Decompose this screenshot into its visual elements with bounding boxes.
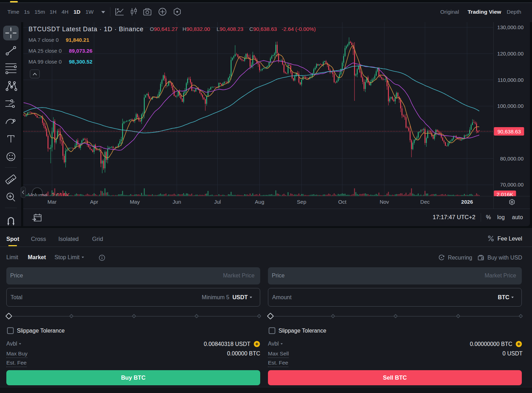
svg-text:Jun: Jun — [173, 199, 181, 205]
svg-text:L90,408.23: L90,408.23 — [217, 26, 243, 32]
svg-text:80,000.00: 80,000.00 — [500, 156, 524, 162]
svg-text:MA 7 close 0 91,840.21: MA 7 close 0 91,840.21 — [28, 37, 89, 43]
svg-text:Mar: Mar — [47, 199, 57, 205]
svg-text:Aug: Aug — [255, 199, 264, 205]
svg-text:auto: auto — [512, 214, 523, 220]
svg-text:MA 25 close 0 89,073.26: MA 25 close 0 89,073.26 — [28, 48, 92, 54]
svg-text:1D: 1D — [73, 9, 81, 15]
svg-text:17:17:47 UTC+2: 17:17:47 UTC+2 — [432, 214, 475, 220]
svg-text:BTCUSDT Latest Data · 1D · Bin: BTCUSDT Latest Data · 1D · Binance — [28, 26, 143, 33]
svg-text:70,000.00: 70,000.00 — [500, 182, 524, 188]
svg-text:Nov: Nov — [380, 199, 389, 205]
svg-text:O90,641.27: O90,641.27 — [150, 26, 178, 32]
svg-text:Dec: Dec — [420, 199, 430, 205]
svg-text:Time: Time — [7, 9, 19, 15]
svg-text:Apr: Apr — [90, 199, 98, 205]
svg-text:C90,638.63: C90,638.63 — [249, 26, 277, 32]
svg-text:-2.64 (-0.00%): -2.64 (-0.00%) — [282, 26, 316, 32]
svg-text:Jul: Jul — [214, 199, 221, 205]
svg-text:Oct: Oct — [338, 199, 347, 205]
svg-text:4H: 4H — [62, 9, 69, 15]
svg-text:1W: 1W — [85, 9, 94, 15]
svg-text:MA 99 close 0 98,300.52: MA 99 close 0 98,300.52 — [28, 59, 92, 65]
svg-text:110,000.00: 110,000.00 — [498, 77, 524, 83]
svg-text:Trading View: Trading View — [468, 9, 501, 15]
svg-text:Original: Original — [440, 9, 459, 15]
svg-text:May: May — [130, 199, 140, 205]
svg-text:Sep: Sep — [297, 199, 306, 205]
svg-text:Depth: Depth — [507, 9, 521, 15]
svg-text:1s: 1s — [24, 9, 30, 15]
svg-text:130,000.00: 130,000.00 — [497, 24, 524, 30]
svg-text:1H: 1H — [50, 9, 57, 15]
svg-text:log: log — [497, 214, 505, 220]
svg-text:15m: 15m — [34, 9, 45, 15]
svg-text:%: % — [486, 214, 491, 220]
svg-text:90,638.63: 90,638.63 — [498, 129, 521, 135]
svg-text:100,000.00: 100,000.00 — [497, 103, 524, 109]
svg-text:120,000.00: 120,000.00 — [497, 51, 524, 57]
svg-text:2026: 2026 — [461, 199, 473, 205]
svg-text:H90,832.00: H90,832.00 — [182, 26, 210, 32]
